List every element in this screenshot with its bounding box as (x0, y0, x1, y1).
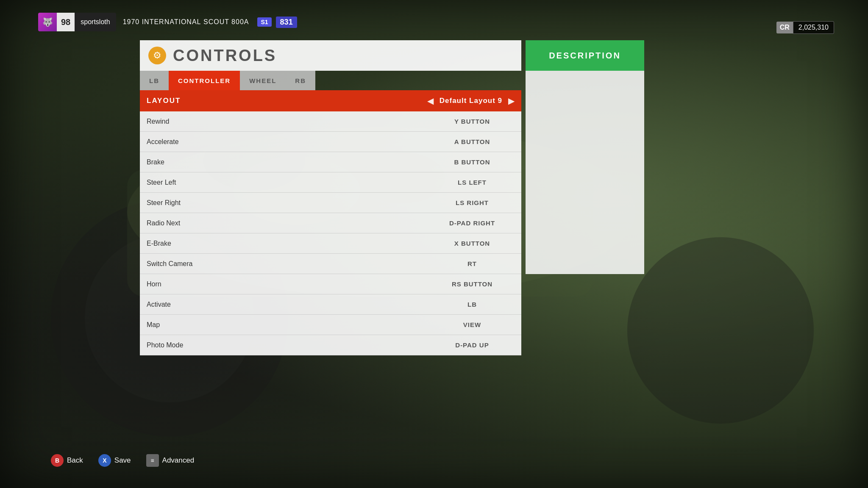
control-name: Steer Left (147, 179, 430, 186)
control-binding: A BUTTON (430, 138, 515, 145)
control-binding: Y BUTTON (430, 118, 515, 125)
control-binding: RT (430, 260, 515, 267)
button-icon-save: X (98, 454, 111, 467)
bottom-bar: B Back X Save ≡ Advanced (51, 454, 194, 467)
car-name: 1970 INTERNATIONAL SCOUT 800A (123, 18, 249, 26)
control-name: Brake (147, 158, 430, 166)
control-binding: LS LEFT (430, 179, 515, 186)
tab-wheel[interactable]: WHEEL (240, 71, 286, 90)
tab-lb[interactable]: LB (140, 71, 169, 90)
layout-label: LAYOUT (147, 97, 427, 105)
control-row[interactable]: Brake B BUTTON (140, 152, 521, 172)
action-label-save: Save (114, 456, 131, 465)
control-row[interactable]: Activate LB (140, 294, 521, 315)
control-name: Accelerate (147, 138, 430, 146)
control-binding: B BUTTON (430, 158, 515, 166)
control-binding: D-PAD RIGHT (430, 219, 515, 227)
top-bar: 🐺 98 sportsloth 1970 INTERNATIONAL SCOUT… (38, 13, 297, 31)
main-panel: ⚙ CONTROLS LB CONTROLLER WHEEL RB LAYOUT… (140, 40, 521, 355)
control-binding: X BUTTON (430, 240, 515, 247)
controls-header: ⚙ CONTROLS (140, 40, 521, 71)
bottom-action-advanced[interactable]: ≡ Advanced (146, 454, 195, 467)
cr-display: CR 2,025,310 (776, 21, 834, 34)
control-row[interactable]: Switch Camera RT (140, 254, 521, 274)
control-row[interactable]: Steer Left LS LEFT (140, 172, 521, 193)
cr-value: 2,025,310 (793, 21, 834, 34)
control-row[interactable]: Map VIEW (140, 315, 521, 335)
layout-row: LAYOUT ◀ Default Layout 9 ▶ (140, 90, 521, 111)
tab-controller[interactable]: CONTROLLER (169, 71, 240, 90)
control-name: Horn (147, 280, 430, 288)
control-binding: D-PAD UP (430, 341, 515, 349)
tabs-container: LB CONTROLLER WHEEL RB (140, 71, 521, 90)
control-row[interactable]: Accelerate A BUTTON (140, 132, 521, 152)
control-name: E-Brake (147, 240, 430, 247)
button-icon-back: B (51, 454, 64, 467)
player-icon: 🐺 (38, 13, 57, 31)
control-name: Photo Mode (147, 341, 430, 349)
gear-icon: ⚙ (148, 47, 166, 64)
description-title: DESCRIPTION (549, 51, 621, 61)
control-name: Rewind (147, 118, 430, 125)
tab-rb[interactable]: RB (286, 71, 315, 90)
control-name: Switch Camera (147, 260, 430, 268)
control-row[interactable]: Horn RS BUTTON (140, 274, 521, 294)
bottom-action-back[interactable]: B Back (51, 454, 83, 467)
pi-badge: 831 (276, 17, 297, 28)
action-label-advanced: Advanced (162, 456, 195, 465)
control-row[interactable]: E-Brake X BUTTON (140, 233, 521, 254)
control-row[interactable]: Rewind Y BUTTON (140, 111, 521, 132)
layout-prev-button[interactable]: ◀ (427, 96, 434, 106)
control-row[interactable]: Photo Mode D-PAD UP (140, 335, 521, 355)
player-rank: 98 (57, 13, 75, 31)
layout-value: Default Layout 9 (440, 97, 502, 105)
button-icon-advanced: ≡ (146, 454, 159, 467)
description-body (526, 71, 644, 274)
player-badge: 🐺 98 sportsloth (38, 13, 116, 31)
s1-badge: S1 (257, 17, 271, 27)
controls-list: Rewind Y BUTTON Accelerate A BUTTON Brak… (140, 111, 521, 355)
action-label-back: Back (67, 456, 83, 465)
control-name: Activate (147, 301, 430, 308)
layout-nav: ◀ Default Layout 9 ▶ (427, 96, 515, 106)
control-row[interactable]: Steer Right LS RIGHT (140, 193, 521, 213)
cr-label: CR (776, 22, 793, 33)
control-name: Steer Right (147, 199, 430, 207)
control-binding: LS RIGHT (430, 199, 515, 206)
control-binding: RS BUTTON (430, 280, 515, 288)
control-name: Radio Next (147, 219, 430, 227)
control-binding: LB (430, 301, 515, 308)
control-name: Map (147, 321, 430, 329)
description-header: DESCRIPTION (526, 40, 644, 71)
controls-title: CONTROLS (173, 47, 277, 65)
control-row[interactable]: Radio Next D-PAD RIGHT (140, 213, 521, 233)
player-name: sportsloth (75, 18, 116, 26)
layout-next-button[interactable]: ▶ (508, 96, 515, 106)
description-panel: DESCRIPTION (526, 40, 644, 274)
bottom-action-save[interactable]: X Save (98, 454, 131, 467)
control-binding: VIEW (430, 321, 515, 328)
